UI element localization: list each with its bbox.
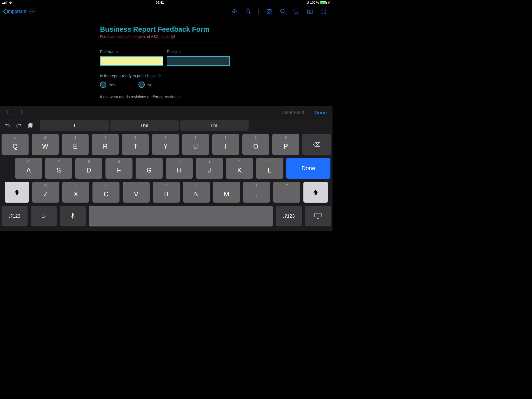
clipboard-button[interactable] bbox=[26, 121, 35, 130]
svg-point-2 bbox=[281, 9, 284, 13]
key-d[interactable]: $D bbox=[75, 158, 102, 179]
full-name-label: Full Name bbox=[100, 49, 163, 54]
divider bbox=[258, 9, 259, 14]
key-,[interactable]: !, bbox=[243, 182, 270, 203]
battery-icon bbox=[320, 1, 326, 4]
key-p[interactable]: 0P bbox=[272, 134, 299, 155]
key-a[interactable]: @A bbox=[15, 158, 42, 179]
position-input[interactable] bbox=[167, 56, 230, 66]
form-title: Business Report Feedback Form bbox=[100, 25, 230, 34]
edit-button[interactable] bbox=[267, 9, 272, 14]
suggestion-3[interactable]: I'm bbox=[180, 120, 249, 131]
key-v[interactable]: =V bbox=[123, 182, 150, 203]
key-l[interactable]: "L bbox=[256, 158, 283, 179]
done-button[interactable]: Done bbox=[315, 110, 327, 116]
question-publish-ready: Is the report ready to publish as is? bbox=[100, 74, 230, 78]
key-z[interactable]: %Z bbox=[32, 182, 59, 203]
key-h[interactable]: (H bbox=[166, 158, 193, 179]
key-hide-keyboard[interactable] bbox=[305, 206, 331, 227]
back-button[interactable]: Important bbox=[3, 9, 26, 14]
radio-circle-icon bbox=[138, 82, 145, 88]
key-o[interactable]: 9O bbox=[242, 134, 269, 155]
keyboard-toolbar: I The I'm bbox=[0, 119, 332, 132]
radio-yes[interactable]: Yes bbox=[100, 82, 115, 88]
reader-button[interactable] bbox=[307, 9, 313, 14]
radio-no-label: No bbox=[147, 83, 152, 87]
suggestion-1[interactable]: I bbox=[40, 120, 109, 131]
svg-rect-8 bbox=[29, 123, 32, 127]
cellular-signal-icon bbox=[2, 1, 7, 4]
grid-button[interactable] bbox=[321, 9, 326, 14]
key-emoji[interactable]: ☺ bbox=[31, 206, 57, 227]
key-space[interactable] bbox=[89, 206, 273, 227]
key-c[interactable]: +C bbox=[92, 182, 119, 203]
search-button[interactable] bbox=[280, 9, 286, 14]
cloud-upload-button[interactable] bbox=[231, 9, 237, 14]
charging-icon: ⚡ bbox=[327, 1, 330, 4]
form-subtitle: For shareholders/employees of ABC, Inc. … bbox=[100, 35, 230, 39]
clear-field-button[interactable]: Clear Field bbox=[281, 110, 304, 115]
svg-point-0 bbox=[31, 11, 33, 12]
key-symbols[interactable]: .?123 bbox=[276, 206, 302, 227]
status-time: 09:41 bbox=[156, 1, 164, 4]
form-divider bbox=[100, 42, 230, 42]
key-s[interactable]: #S bbox=[45, 158, 72, 179]
key-t[interactable]: 5T bbox=[122, 134, 149, 155]
key-j[interactable]: )J bbox=[196, 158, 223, 179]
key-r[interactable]: 4R bbox=[92, 134, 119, 155]
key-i[interactable]: 8I bbox=[212, 134, 239, 155]
key-shift[interactable] bbox=[5, 182, 29, 203]
svg-rect-10 bbox=[315, 213, 321, 217]
back-label: Important bbox=[7, 9, 26, 14]
key-shift[interactable] bbox=[303, 182, 328, 203]
document-viewport[interactable]: Business Report Feedback Form For shareh… bbox=[0, 18, 332, 106]
page-divider bbox=[251, 18, 251, 106]
key-g[interactable]: *G bbox=[136, 158, 163, 179]
key-backspace[interactable] bbox=[302, 134, 331, 155]
key-symbols[interactable]: .?123 bbox=[2, 206, 28, 227]
radio-circle-icon bbox=[100, 82, 106, 88]
svg-rect-5 bbox=[321, 12, 323, 14]
keyboard-accessory-bar: Clear Field Done bbox=[0, 106, 332, 119]
prev-field-button[interactable] bbox=[6, 109, 9, 116]
suggestion-2[interactable]: The bbox=[110, 120, 179, 131]
svg-rect-6 bbox=[324, 12, 326, 14]
status-bar: 09:41 100 % ⚡ bbox=[0, 0, 332, 5]
settings-button[interactable] bbox=[29, 9, 35, 14]
wifi-icon bbox=[9, 1, 12, 4]
svg-rect-3 bbox=[321, 9, 323, 11]
key-u[interactable]: 7U bbox=[182, 134, 209, 155]
battery-percent: 100 % bbox=[310, 1, 319, 4]
key-b[interactable]: /B bbox=[153, 182, 180, 203]
navigation-bar: Important bbox=[0, 5, 332, 18]
key-y[interactable]: 6Y bbox=[152, 134, 179, 155]
key-w[interactable]: 2W bbox=[32, 134, 59, 155]
svg-rect-9 bbox=[72, 213, 74, 217]
radio-yes-label: Yes bbox=[109, 83, 115, 87]
question-revisions: If no, what needs revisions and/or corre… bbox=[100, 95, 230, 99]
full-name-input[interactable] bbox=[100, 56, 163, 66]
key-k[interactable]: 'K bbox=[226, 158, 253, 179]
key-q[interactable]: 1Q bbox=[2, 134, 29, 155]
next-field-button[interactable] bbox=[20, 109, 23, 116]
key-m[interactable]: :M bbox=[213, 182, 240, 203]
key-.[interactable]: ?. bbox=[273, 182, 300, 203]
redo-button[interactable] bbox=[15, 121, 23, 130]
key-x[interactable]: -X bbox=[62, 182, 89, 203]
key-n[interactable]: ;N bbox=[183, 182, 210, 203]
key-f[interactable]: &F bbox=[105, 158, 132, 179]
key-done[interactable]: Done bbox=[286, 158, 330, 179]
key-e[interactable]: 3E bbox=[62, 134, 89, 155]
bluetooth-icon bbox=[307, 1, 309, 4]
virtual-keyboard: 1Q2W3E4R5T6Y7U8I9O0P @A#S$D&F*G(H)J'K"LD… bbox=[0, 132, 332, 231]
position-label: Position bbox=[167, 49, 230, 54]
share-button[interactable] bbox=[245, 9, 251, 14]
pdf-form: Business Report Feedback Form For shareh… bbox=[100, 25, 230, 99]
undo-button[interactable] bbox=[3, 121, 12, 130]
key-dictation[interactable] bbox=[60, 206, 86, 227]
radio-no[interactable]: No bbox=[138, 82, 152, 88]
bookmark-button[interactable] bbox=[294, 9, 299, 14]
svg-rect-4 bbox=[324, 9, 326, 11]
